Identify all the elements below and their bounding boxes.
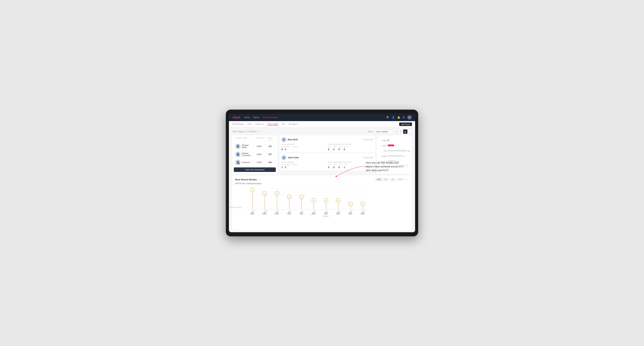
player-card-date-2: 26 Aug 2023 — [363, 157, 373, 159]
streaks-subtitle-prefix: Off The Tee — [235, 182, 245, 184]
player-row[interactable]: 👤 2 Edward Crossman 18/20 107 — [234, 151, 276, 158]
rounds-title-2: Total Rounds — [282, 162, 326, 163]
tablet-screen: clippd Home Teams My Performance 🔍 👤 🔔 ⚙… — [229, 114, 415, 232]
tab-all-players[interactable]: All Players — [289, 123, 298, 126]
col-player-name: PLAYER NAME — [235, 137, 255, 141]
svg-text:3x: 3x — [362, 203, 364, 205]
practice-sub-header: Practice — [292, 146, 298, 148]
svg-text:5x: 5x — [288, 196, 290, 198]
user-avatar[interactable]: U — [408, 115, 412, 120]
streak-filter-arg[interactable]: ARG — [390, 178, 396, 181]
app-header-1: APP — [333, 146, 337, 148]
streak-filter-buttons: OTT APP ARG PUTT — [376, 178, 404, 181]
chart-view-btn[interactable]: ▤ — [403, 130, 408, 134]
search-icon[interactable]: 🔍 — [386, 116, 390, 119]
col-pb-score: PB SCORE — [255, 137, 266, 141]
settings-icon[interactable]: ⚙ — [403, 116, 405, 119]
svg-rect-10 — [388, 155, 402, 157]
nav-bar: clippd Home Teams My Performance 🔍 👤 🔔 ⚙… — [229, 114, 415, 121]
rank-badge-3: 3 — [238, 163, 240, 165]
player-name-2: Edward Crossman — [242, 152, 252, 156]
svg-text:3: 3 — [389, 140, 390, 141]
svg-text:4x: 4x — [313, 200, 315, 201]
streaks-subtitle: Off The Tee, Fairway Accuracy — [235, 182, 409, 184]
svg-text:6x: 6x — [264, 193, 266, 194]
arrow-left-icon: ← — [258, 178, 261, 181]
practice-sub-header-2: Practice — [292, 164, 298, 166]
arg-val-1: 0 — [338, 148, 342, 151]
player-card-avatar-1: 👤 — [282, 137, 286, 142]
rounds-section-2: Total Rounds Tournament Practice 7 2 — [282, 162, 326, 169]
grid-view-btn[interactable]: ⊞ — [394, 130, 398, 134]
svg-text:499: 499 — [408, 150, 410, 152]
pb-score-2: 18/20 — [254, 153, 264, 155]
person-icon[interactable]: 👤 — [392, 116, 395, 119]
rounds-sub-headers-2: Tournament Practice — [282, 164, 326, 166]
svg-text:3x: 3x — [350, 203, 352, 205]
player-row[interactable]: 👤 1 Richard Butler 19/20 110 — [234, 143, 276, 150]
player-avatar-2: 👤 2 — [235, 152, 240, 157]
tournament-sub-header: Tournament — [282, 146, 290, 148]
player-avatar-3: 👤 3 — [235, 160, 240, 165]
practice-rounds-1: 4 — [285, 148, 286, 151]
tab-tour[interactable]: Tour — [282, 123, 285, 126]
rounds-grid-1: Total Rounds Tournament Practice 8 4 — [282, 144, 373, 151]
add-team-button[interactable]: Add Team — [399, 123, 412, 126]
tab-pgat-players[interactable]: PGAT Players — [232, 123, 244, 126]
nav-teams[interactable]: Teams — [253, 116, 259, 119]
svg-text:7x: 7x — [252, 189, 254, 191]
sub-nav: PGAT Players PGA Hcaps 1-5 Team Clippd T… — [229, 121, 415, 127]
player-name-1: Richard Butler — [242, 144, 252, 148]
svg-text:4x: 4x — [338, 200, 339, 201]
streak-filter-ott[interactable]: OTT — [376, 178, 382, 181]
ott-header-2: OTT — [328, 164, 332, 166]
svg-text:311: 311 — [402, 156, 405, 157]
practice-rounds-2: 2 — [285, 166, 286, 169]
nav-my-performance[interactable]: My Performance — [262, 116, 278, 119]
streak-filter-putt[interactable]: PUTT — [397, 178, 404, 181]
nav-icons: 🔍 👤 🔔 ⚙ U — [386, 115, 412, 120]
nav-home[interactable]: Home — [244, 116, 250, 119]
table-view-btn[interactable]: ↕ — [408, 130, 412, 134]
practice-title-1: Total Practice Activities — [328, 144, 373, 145]
bell-icon[interactable]: 🔔 — [397, 116, 400, 119]
svg-text:400: 400 — [405, 165, 408, 167]
tab-team-clippd[interactable]: Team Clippd — [268, 123, 278, 126]
player-avatar-1: 👤 1 — [235, 144, 240, 149]
streaks-chart-svg: 0 2 4 6 7x E. Ebert — [246, 187, 369, 215]
rounds-values-2: 7 2 — [282, 166, 326, 169]
svg-text:Pars: Pars — [384, 150, 387, 152]
rounds-title-1: Total Rounds — [282, 144, 326, 145]
annotation-text: Here you can see streaks your players ha… — [366, 161, 404, 173]
pb-avg-1: 110 — [266, 145, 274, 147]
pb-score-3: 17/20 — [254, 161, 264, 163]
putt-val-1: 0 — [344, 148, 348, 151]
practice-values-1: 0 0 0 0 — [328, 148, 373, 151]
streaks-title: Best Round Streaks — [235, 178, 257, 181]
ott-val-1: 0 — [328, 148, 332, 151]
player-card-avatar-2: 👤 — [282, 155, 286, 160]
tab-pga[interactable]: PGA — [248, 123, 252, 126]
streaks-chart-wrapper: Best Streak, Fairway Accuracy 0 2 4 6 — [235, 187, 409, 228]
svg-text:96: 96 — [395, 145, 396, 147]
player-card-header-1: 👤 Rees Britt 02 Sep 2023 — [282, 137, 373, 142]
period-select[interactable]: Last 3 months Last 6 months Last 12 mont… — [374, 130, 393, 133]
player-row[interactable]: 👤 3 Cameron... 17/20 103 — [234, 159, 276, 166]
edit-icon[interactable]: ✏ — [258, 130, 259, 133]
rank-badge-2: 2 — [238, 155, 240, 157]
streaks-header: Best Round Streaks ← OTT APP ARG PUTT ← — [235, 178, 409, 181]
list-view-btn[interactable]: ☰ — [399, 130, 403, 134]
svg-text:Eagles: Eagles — [382, 140, 387, 141]
tournament-rounds-1: 8 — [282, 148, 282, 151]
player-card-name-2: Josh Coles — [288, 156, 299, 159]
rank-badge-1: 1 — [238, 147, 240, 149]
app-val-1: 0 — [333, 148, 337, 151]
ott-header-1: OTT — [328, 146, 332, 148]
view-full-leaderboard-button[interactable]: View Full Leaderboard — [234, 168, 276, 172]
player-card-1: 👤 Rees Britt 02 Sep 2023 Total Rounds To… — [279, 135, 375, 152]
content-header: Team Clippd | 14 Players ✏ Show Last 3 m… — [232, 130, 412, 134]
col-headers: PLAYER NAME PB SCORE PB AVG SQ — [234, 137, 276, 142]
streak-filter-app[interactable]: APP — [382, 178, 389, 181]
x-axis-label: Players — [243, 215, 409, 217]
tab-hcaps[interactable]: Hcaps 1-5 — [255, 123, 264, 126]
